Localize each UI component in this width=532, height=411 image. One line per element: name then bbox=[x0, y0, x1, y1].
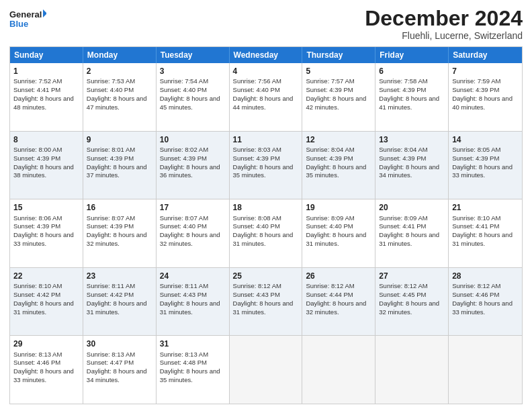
calendar-cell: 5Sunrise: 7:57 AM Sunset: 4:39 PM Daylig… bbox=[302, 63, 375, 131]
day-info: Sunrise: 8:10 AM Sunset: 4:41 PM Dayligh… bbox=[452, 214, 513, 247]
day-number: 22 bbox=[13, 271, 79, 281]
day-info: Sunrise: 8:03 AM Sunset: 4:39 PM Dayligh… bbox=[233, 146, 294, 179]
calendar: Sunday Monday Tuesday Wednesday Thursday… bbox=[9, 46, 523, 404]
calendar-cell: 16Sunrise: 8:07 AM Sunset: 4:39 PM Dayli… bbox=[83, 199, 157, 267]
location: Fluehli, Lucerne, Switzerland bbox=[365, 30, 523, 41]
calendar-cell: 15Sunrise: 8:06 AM Sunset: 4:39 PM Dayli… bbox=[10, 199, 83, 267]
day-info: Sunrise: 8:12 AM Sunset: 4:45 PM Dayligh… bbox=[379, 282, 439, 315]
day-number: 16 bbox=[87, 202, 152, 213]
day-number: 10 bbox=[160, 134, 226, 145]
calendar-cell bbox=[375, 336, 449, 404]
calendar-cell: 10Sunrise: 8:02 AM Sunset: 4:39 PM Dayli… bbox=[157, 132, 230, 199]
day-info: Sunrise: 8:00 AM Sunset: 4:39 PM Dayligh… bbox=[13, 146, 74, 179]
calendar-cell bbox=[230, 336, 303, 404]
day-info: Sunrise: 7:54 AM Sunset: 4:40 PM Dayligh… bbox=[160, 77, 220, 110]
day-info: Sunrise: 8:12 AM Sunset: 4:44 PM Dayligh… bbox=[306, 282, 366, 315]
day-info: Sunrise: 8:13 AM Sunset: 4:47 PM Dayligh… bbox=[87, 351, 147, 383]
day-number: 14 bbox=[452, 134, 519, 145]
day-info: Sunrise: 8:12 AM Sunset: 4:43 PM Dayligh… bbox=[233, 282, 294, 315]
day-number: 12 bbox=[306, 134, 371, 145]
calendar-cell: 29Sunrise: 8:13 AM Sunset: 4:46 PM Dayli… bbox=[10, 336, 83, 404]
svg-text:Blue: Blue bbox=[9, 19, 28, 29]
day-number: 2 bbox=[87, 66, 152, 77]
day-info: Sunrise: 8:12 AM Sunset: 4:46 PM Dayligh… bbox=[452, 282, 513, 315]
day-number: 21 bbox=[452, 202, 519, 213]
day-number: 4 bbox=[233, 66, 299, 77]
month-title: December 2024 bbox=[365, 7, 523, 30]
header: General Blue December 2024 Fluehli, Luce… bbox=[9, 7, 523, 41]
day-info: Sunrise: 8:13 AM Sunset: 4:48 PM Dayligh… bbox=[160, 351, 220, 383]
calendar-cell: 18Sunrise: 8:08 AM Sunset: 4:40 PM Dayli… bbox=[230, 199, 303, 267]
calendar-cell: 17Sunrise: 8:07 AM Sunset: 4:40 PM Dayli… bbox=[157, 199, 230, 267]
day-info: Sunrise: 8:13 AM Sunset: 4:46 PM Dayligh… bbox=[13, 351, 74, 383]
day-info: Sunrise: 8:01 AM Sunset: 4:39 PM Dayligh… bbox=[87, 146, 147, 179]
day-number: 31 bbox=[160, 338, 226, 349]
day-number: 25 bbox=[233, 271, 299, 281]
day-number: 18 bbox=[233, 202, 299, 213]
day-number: 13 bbox=[379, 134, 445, 145]
calendar-cell: 22Sunrise: 8:10 AM Sunset: 4:42 PM Dayli… bbox=[10, 268, 83, 336]
day-info: Sunrise: 8:07 AM Sunset: 4:39 PM Dayligh… bbox=[87, 214, 147, 247]
day-number: 1 bbox=[13, 66, 79, 77]
day-number: 26 bbox=[306, 271, 371, 281]
day-number: 7 bbox=[452, 66, 519, 77]
day-info: Sunrise: 8:04 AM Sunset: 4:39 PM Dayligh… bbox=[306, 146, 366, 179]
calendar-cell: 27Sunrise: 8:12 AM Sunset: 4:45 PM Dayli… bbox=[375, 268, 449, 336]
calendar-cell: 6Sunrise: 7:58 AM Sunset: 4:39 PM Daylig… bbox=[375, 63, 449, 131]
day-number: 11 bbox=[233, 134, 299, 145]
week-row-4: 22Sunrise: 8:10 AM Sunset: 4:42 PM Dayli… bbox=[10, 267, 522, 336]
day-number: 20 bbox=[379, 202, 445, 213]
day-info: Sunrise: 8:11 AM Sunset: 4:42 PM Dayligh… bbox=[87, 282, 147, 315]
svg-marker-2 bbox=[43, 9, 46, 17]
title-block: December 2024 Fluehli, Lucerne, Switzerl… bbox=[365, 7, 523, 41]
calendar-cell: 26Sunrise: 8:12 AM Sunset: 4:44 PM Dayli… bbox=[302, 268, 375, 336]
day-number: 29 bbox=[13, 338, 79, 349]
day-info: Sunrise: 8:05 AM Sunset: 4:39 PM Dayligh… bbox=[452, 146, 513, 179]
header-wednesday: Wednesday bbox=[230, 47, 303, 63]
week-row-3: 15Sunrise: 8:06 AM Sunset: 4:39 PM Dayli… bbox=[10, 199, 522, 267]
day-info: Sunrise: 8:07 AM Sunset: 4:40 PM Dayligh… bbox=[160, 214, 220, 247]
week-row-2: 8Sunrise: 8:00 AM Sunset: 4:39 PM Daylig… bbox=[10, 131, 522, 199]
calendar-cell: 4Sunrise: 7:56 AM Sunset: 4:40 PM Daylig… bbox=[230, 63, 303, 131]
calendar-cell: 3Sunrise: 7:54 AM Sunset: 4:40 PM Daylig… bbox=[157, 63, 230, 131]
calendar-cell bbox=[302, 336, 375, 404]
day-number: 15 bbox=[13, 202, 79, 213]
day-info: Sunrise: 8:02 AM Sunset: 4:39 PM Dayligh… bbox=[160, 146, 220, 179]
day-number: 17 bbox=[160, 202, 226, 213]
calendar-cell: 9Sunrise: 8:01 AM Sunset: 4:39 PM Daylig… bbox=[83, 132, 157, 199]
calendar-cell: 14Sunrise: 8:05 AM Sunset: 4:39 PM Dayli… bbox=[449, 132, 522, 199]
day-number: 28 bbox=[452, 271, 519, 281]
day-number: 9 bbox=[87, 134, 152, 145]
day-info: Sunrise: 8:06 AM Sunset: 4:39 PM Dayligh… bbox=[13, 214, 74, 247]
day-info: Sunrise: 7:58 AM Sunset: 4:39 PM Dayligh… bbox=[379, 77, 439, 110]
calendar-cell: 25Sunrise: 8:12 AM Sunset: 4:43 PM Dayli… bbox=[230, 268, 303, 336]
header-tuesday: Tuesday bbox=[157, 47, 230, 63]
logo: General Blue bbox=[9, 7, 46, 34]
day-info: Sunrise: 7:57 AM Sunset: 4:39 PM Dayligh… bbox=[306, 77, 366, 110]
calendar-cell: 7Sunrise: 7:59 AM Sunset: 4:39 PM Daylig… bbox=[449, 63, 522, 131]
calendar-cell: 20Sunrise: 8:09 AM Sunset: 4:41 PM Dayli… bbox=[375, 199, 449, 267]
day-info: Sunrise: 7:53 AM Sunset: 4:40 PM Dayligh… bbox=[87, 77, 147, 110]
calendar-cell: 23Sunrise: 8:11 AM Sunset: 4:42 PM Dayli… bbox=[83, 268, 157, 336]
day-number: 19 bbox=[306, 202, 371, 213]
day-number: 27 bbox=[379, 271, 445, 281]
calendar-cell: 31Sunrise: 8:13 AM Sunset: 4:48 PM Dayli… bbox=[157, 336, 230, 404]
calendar-cell: 24Sunrise: 8:11 AM Sunset: 4:43 PM Dayli… bbox=[157, 268, 230, 336]
calendar-cell: 21Sunrise: 8:10 AM Sunset: 4:41 PM Dayli… bbox=[449, 199, 522, 267]
calendar-body: 1Sunrise: 7:52 AM Sunset: 4:41 PM Daylig… bbox=[10, 63, 522, 404]
calendar-header: Sunday Monday Tuesday Wednesday Thursday… bbox=[10, 47, 522, 63]
header-friday: Friday bbox=[375, 47, 449, 63]
calendar-cell: 11Sunrise: 8:03 AM Sunset: 4:39 PM Dayli… bbox=[230, 132, 303, 199]
header-monday: Monday bbox=[83, 47, 157, 63]
calendar-cell: 30Sunrise: 8:13 AM Sunset: 4:47 PM Dayli… bbox=[83, 336, 157, 404]
calendar-cell: 8Sunrise: 8:00 AM Sunset: 4:39 PM Daylig… bbox=[10, 132, 83, 199]
calendar-cell: 28Sunrise: 8:12 AM Sunset: 4:46 PM Dayli… bbox=[449, 268, 522, 336]
day-info: Sunrise: 8:04 AM Sunset: 4:39 PM Dayligh… bbox=[379, 146, 439, 179]
day-info: Sunrise: 7:56 AM Sunset: 4:40 PM Dayligh… bbox=[233, 77, 294, 110]
week-row-5: 29Sunrise: 8:13 AM Sunset: 4:46 PM Dayli… bbox=[10, 335, 522, 404]
day-info: Sunrise: 8:09 AM Sunset: 4:41 PM Dayligh… bbox=[379, 214, 439, 247]
day-info: Sunrise: 8:10 AM Sunset: 4:42 PM Dayligh… bbox=[13, 282, 74, 315]
calendar-cell: 19Sunrise: 8:09 AM Sunset: 4:40 PM Dayli… bbox=[302, 199, 375, 267]
day-info: Sunrise: 7:52 AM Sunset: 4:41 PM Dayligh… bbox=[13, 77, 74, 110]
day-number: 8 bbox=[13, 134, 79, 145]
